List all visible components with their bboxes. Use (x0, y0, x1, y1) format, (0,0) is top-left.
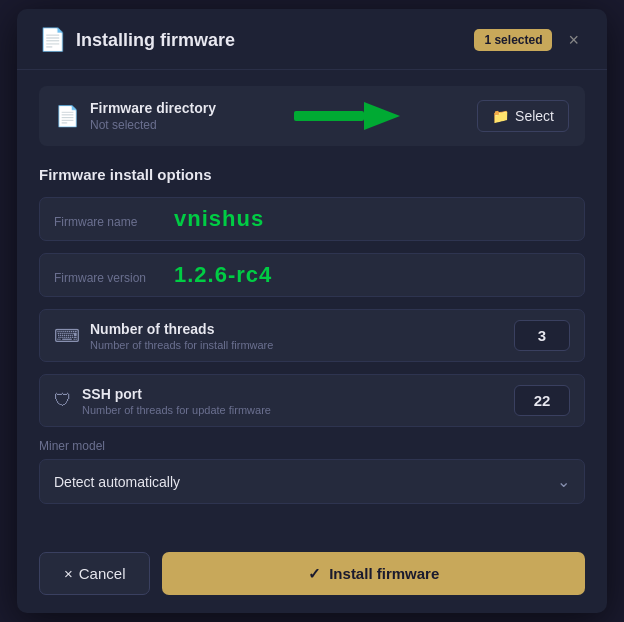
dialog-title: Installing firmware (76, 30, 235, 51)
arrow-annotation (292, 98, 402, 134)
svg-rect-0 (294, 111, 364, 121)
cancel-button[interactable]: × Cancel (39, 552, 150, 595)
ssh-label: SSH port (82, 386, 271, 402)
firmware-name-field: Firmware name vnishus (39, 197, 585, 241)
firmware-version-label: Firmware version (54, 271, 164, 285)
threads-row: ⌨ Number of threads Number of threads fo… (39, 309, 585, 362)
threads-input[interactable] (514, 320, 570, 351)
keyboard-icon: ⌨ (54, 325, 80, 347)
miner-model-label: Miner model (39, 439, 585, 453)
select-btn-label: Select (515, 108, 554, 124)
install-firmware-button[interactable]: ✓ Install firmware (162, 552, 585, 595)
cancel-icon: × (64, 565, 73, 582)
directory-icon: 📄 (55, 104, 80, 128)
miner-model-select[interactable]: Detect automatically ⌄ (39, 459, 585, 504)
firmware-options-title: Firmware install options (39, 166, 585, 183)
close-button[interactable]: × (562, 28, 585, 53)
threads-left: ⌨ Number of threads Number of threads fo… (54, 321, 273, 351)
firmware-dir-info: Firmware directory Not selected (90, 100, 216, 132)
firmware-dir-left: 📄 Firmware directory Not selected (55, 100, 216, 132)
arrow-svg (292, 98, 402, 134)
dialog-header-right: 1 selected × (474, 28, 585, 53)
firmware-icon: 📄 (39, 27, 66, 53)
ssh-port-input[interactable] (514, 385, 570, 416)
selected-badge: 1 selected (474, 29, 552, 51)
ssh-port-row: 🛡 SSH port Number of threads for update … (39, 374, 585, 427)
ssh-sublabel: Number of threads for update firmware (82, 404, 271, 416)
dialog-header: 📄 Installing firmware 1 selected × (17, 9, 607, 70)
install-icon: ✓ (308, 565, 321, 583)
threads-label: Number of threads (90, 321, 273, 337)
firmware-dir-label: Firmware directory (90, 100, 216, 116)
ssh-info: SSH port Number of threads for update fi… (82, 386, 271, 416)
firmware-directory-row: 📄 Firmware directory Not selected 📁 Sele… (39, 86, 585, 146)
dialog-footer: × Cancel ✓ Install firmware (17, 540, 607, 613)
miner-model-section: Miner model Detect automatically ⌄ (39, 439, 585, 504)
threads-info: Number of threads Number of threads for … (90, 321, 273, 351)
dialog-body: 📄 Firmware directory Not selected 📁 Sele… (17, 70, 607, 540)
dialog-header-left: 📄 Installing firmware (39, 27, 235, 53)
shield-icon: 🛡 (54, 390, 72, 411)
firmware-version-field: Firmware version 1.2.6-rc4 (39, 253, 585, 297)
ssh-left: 🛡 SSH port Number of threads for update … (54, 386, 271, 416)
install-label: Install firmware (329, 565, 439, 582)
cancel-label: Cancel (79, 565, 126, 582)
miner-model-value: Detect automatically (54, 474, 180, 490)
firmware-dir-sublabel: Not selected (90, 118, 216, 132)
firmware-name-value: vnishus (174, 206, 264, 232)
installing-firmware-dialog: 📄 Installing firmware 1 selected × 📄 Fir… (17, 9, 607, 613)
select-btn-icon: 📁 (492, 108, 509, 124)
svg-marker-1 (364, 102, 400, 130)
chevron-down-icon: ⌄ (557, 472, 570, 491)
select-button[interactable]: 📁 Select (477, 100, 569, 132)
firmware-version-value: 1.2.6-rc4 (174, 262, 272, 288)
firmware-name-label: Firmware name (54, 215, 164, 229)
threads-sublabel: Number of threads for install firmware (90, 339, 273, 351)
